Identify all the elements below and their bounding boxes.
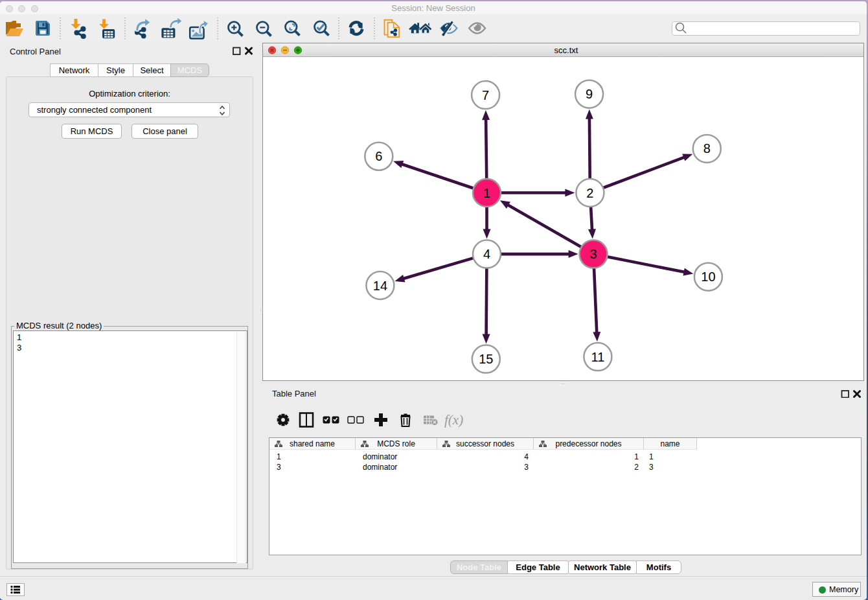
svg-text:2: 2 bbox=[586, 186, 593, 200]
svg-text:3: 3 bbox=[590, 247, 597, 261]
svg-text:9: 9 bbox=[586, 87, 593, 101]
svg-text:f(x): f(x) bbox=[444, 412, 463, 428]
svg-text:1: 1 bbox=[483, 186, 490, 200]
svg-text:11: 11 bbox=[591, 350, 605, 364]
svg-text:14: 14 bbox=[373, 279, 387, 293]
svg-text:7: 7 bbox=[482, 88, 489, 102]
svg-text:8: 8 bbox=[703, 141, 711, 156]
svg-text:10: 10 bbox=[701, 270, 715, 284]
svg-text:6: 6 bbox=[375, 149, 382, 163]
svg-text:4: 4 bbox=[483, 247, 490, 261]
svg-text:15: 15 bbox=[479, 352, 493, 366]
